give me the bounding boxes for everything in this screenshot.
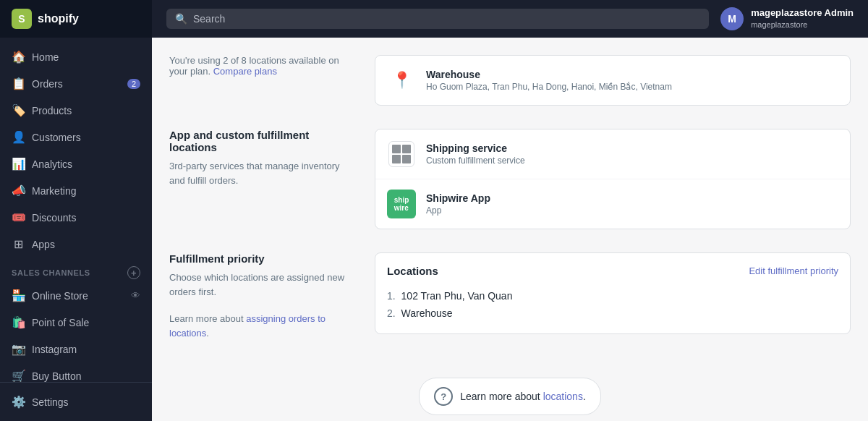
sidebar-item-label: Discounts: [32, 212, 76, 224]
warehouse-address: Ho Guom Plaza, Tran Phu, Ha Dong, Hanoi,…: [426, 82, 672, 92]
sidebar-item-label: Online Store: [32, 290, 88, 302]
avatar: M: [720, 7, 744, 30]
priority-item-1: 1. 102 Tran Phu, Van Quan: [387, 287, 838, 305]
search-placeholder: Search: [193, 13, 225, 25]
marketing-icon: 📣: [12, 184, 25, 197]
sidebar: S shopify 🏠 Home 📋 Orders 2 🏷️ Products …: [0, 0, 152, 421]
locations-priority-card: Locations Edit fulfillment priority 1. 1…: [375, 252, 851, 334]
fulfillment-learn-more: Learn more about assigning orders to loc…: [169, 312, 357, 340]
plan-notice: You're using 2 of 8 locations available …: [169, 55, 357, 77]
home-icon: 🏠: [12, 50, 25, 64]
sidebar-item-home[interactable]: 🏠 Home: [0, 43, 152, 70]
content-area: You're using 2 of 8 locations available …: [169, 55, 851, 421]
edit-fulfillment-priority-link[interactable]: Edit fulfillment priority: [749, 265, 838, 276]
sidebar-item-products[interactable]: 🏷️ Products: [0, 97, 152, 124]
user-name: mageplazastore Admin: [751, 7, 854, 20]
sidebar-item-marketing[interactable]: 📣 Marketing: [0, 177, 152, 204]
orders-badge: 2: [127, 79, 140, 89]
fulfillment-priority-section: Fulfillment priority Choose which locati…: [169, 252, 851, 340]
sidebar-navigation: 🏠 Home 📋 Orders 2 🏷️ Products 👤 Customer…: [0, 38, 152, 382]
shipwire-text: Shipwire App App: [426, 192, 490, 216]
compare-plans-link[interactable]: Compare plans: [213, 66, 277, 77]
eye-icon[interactable]: 👁: [131, 290, 140, 301]
products-icon: 🏷️: [12, 103, 25, 117]
warehouse-section: You're using 2 of 8 locations available …: [169, 55, 851, 106]
analytics-icon: 📊: [12, 157, 25, 171]
online-store-icon: 🏪: [12, 289, 25, 302]
shipwire-item: shipwire Shipwire App App: [375, 179, 850, 229]
sidebar-item-label: Products: [32, 105, 72, 116]
sidebar-item-customers[interactable]: 👤 Customers: [0, 124, 152, 150]
sales-channels-section-label: SALES CHANNELS +: [0, 258, 152, 282]
point-of-sale-icon: 🛍️: [12, 315, 25, 329]
user-area[interactable]: M mageplazastore Admin mageplazastore: [720, 7, 854, 31]
fulfillment-priority-desc: Choose which locations are assigned new …: [169, 271, 357, 299]
shipwire-name: Shipwire App: [426, 192, 490, 204]
shipwire-icon-container: shipwire: [387, 190, 416, 218]
location-pin-icon: 📍: [392, 71, 412, 90]
main-content: You're using 2 of 8 locations available …: [152, 38, 868, 421]
notice-left: You're using 2 of 8 locations available …: [169, 55, 357, 106]
user-store: mageplazastore: [751, 20, 854, 30]
sidebar-item-label: Marketing: [32, 185, 76, 197]
sidebar-item-point-of-sale[interactable]: 🛍️ Point of Sale: [0, 309, 152, 336]
sidebar-item-settings[interactable]: ⚙️ Settings: [0, 388, 152, 415]
warehouse-card-container: 📍 Warehouse Ho Guom Plaza, Tran Phu, Ha …: [375, 55, 851, 106]
app-fulfillment-desc: 3rd-party services that manage inventory…: [169, 159, 357, 187]
shipping-service-text: Shipping service Custom fulfillment serv…: [426, 143, 525, 166]
user-info: mageplazastore Admin mageplazastore: [751, 7, 854, 31]
priority-header: Locations Edit fulfillment priority: [387, 265, 838, 277]
app-fulfillment-section: App and custom fulfillment locations 3rd…: [169, 129, 851, 229]
warehouse-card: 📍 Warehouse Ho Guom Plaza, Tran Phu, Ha …: [375, 55, 851, 106]
shipping-service-icon-container: [387, 140, 416, 169]
shipping-service-name: Shipping service: [426, 143, 525, 154]
instagram-icon: 📷: [12, 342, 25, 356]
learn-more-text: Learn more about locations.: [460, 391, 586, 402]
buy-button-icon: 🛒: [12, 369, 25, 382]
shipwire-logo-icon: shipwire: [387, 190, 416, 218]
app-fulfillment-left: App and custom fulfillment locations 3rd…: [169, 129, 357, 229]
sidebar-item-label: Orders: [32, 78, 63, 90]
shipping-service-item: Shipping service Custom fulfillment serv…: [375, 129, 850, 179]
fulfillment-priority-left: Fulfillment priority Choose which locati…: [169, 252, 357, 340]
sidebar-footer: ⚙️ Settings: [0, 382, 152, 421]
grid-icon: [388, 141, 414, 167]
priority-list: 1. 102 Tran Phu, Van Quan 2. Warehouse: [387, 287, 838, 322]
sidebar-item-analytics[interactable]: 📊 Analytics: [0, 150, 152, 177]
discounts-icon: 🎟️: [12, 210, 25, 224]
app-fulfillment-cards: Shipping service Custom fulfillment serv…: [375, 129, 851, 229]
learn-more-box: ? Learn more about locations.: [419, 378, 601, 415]
add-sales-channel-button[interactable]: +: [127, 266, 140, 279]
sidebar-item-buy-button[interactable]: 🛒 Buy Button: [0, 362, 152, 382]
warehouse-item: 📍 Warehouse Ho Guom Plaza, Tran Phu, Ha …: [375, 56, 850, 105]
app-fulfillment-title: App and custom fulfillment locations: [169, 129, 357, 153]
sidebar-item-label: Point of Sale: [32, 317, 89, 328]
sidebar-item-orders[interactable]: 📋 Orders 2: [0, 70, 152, 97]
sidebar-item-label: Settings: [32, 396, 69, 408]
shopify-logo[interactable]: S shopify: [12, 9, 79, 29]
locations-learn-link[interactable]: locations: [543, 391, 583, 402]
fulfillment-services-card: Shipping service Custom fulfillment serv…: [375, 129, 851, 229]
shopify-logo-text: shopify: [38, 12, 79, 25]
sidebar-item-instagram[interactable]: 📷 Instagram: [0, 336, 152, 362]
fulfillment-priority-right: Locations Edit fulfillment priority 1. 1…: [375, 252, 851, 340]
priority-item-2: 2. Warehouse: [387, 305, 838, 322]
shipwire-subtitle: App: [426, 205, 490, 216]
sidebar-item-discounts[interactable]: 🎟️ Discounts: [0, 204, 152, 231]
shopify-logo-icon: S: [12, 9, 32, 29]
search-bar[interactable]: 🔍 Search: [166, 9, 709, 29]
locations-title: Locations: [387, 265, 438, 277]
sidebar-item-label: Apps: [32, 239, 55, 250]
customers-icon: 👤: [12, 130, 25, 144]
search-icon: 🔍: [175, 13, 187, 25]
sidebar-item-online-store[interactable]: 🏪 Online Store 👁: [0, 282, 152, 309]
sidebar-item-label: Instagram: [32, 344, 77, 355]
sidebar-item-label: Home: [32, 51, 59, 63]
sidebar-item-label: Analytics: [32, 158, 72, 170]
sidebar-item-apps[interactable]: ⊞ Apps: [0, 231, 152, 258]
location-icon-container: 📍: [387, 66, 416, 95]
sidebar-header: S shopify: [0, 0, 152, 38]
sidebar-item-label: Customers: [32, 132, 81, 143]
fulfillment-priority-title: Fulfillment priority: [169, 252, 357, 265]
topbar: 🔍 Search M mageplazastore Admin mageplaz…: [152, 0, 868, 38]
